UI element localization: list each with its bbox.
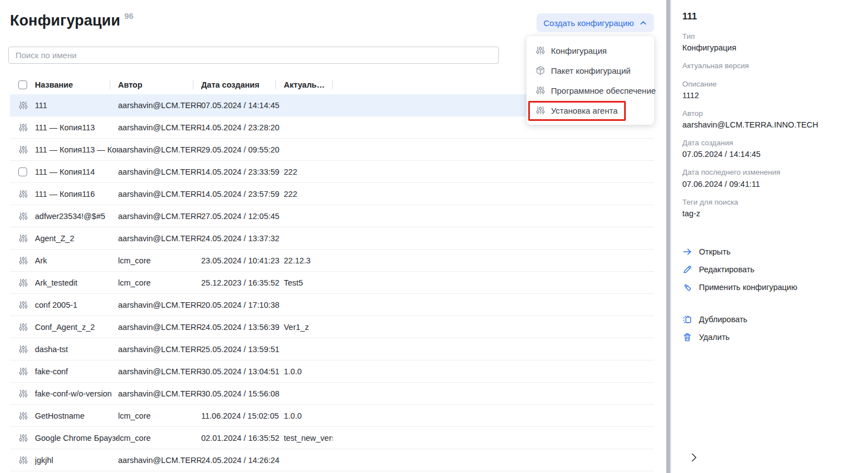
cell-author: aarshavin@LCM.TERRA.INNO.TECH <box>118 167 201 176</box>
table-row[interactable]: dasha-tst aarshavin@LCM.TERRA.INNO.TECH … <box>10 338 654 360</box>
cell-name: Ark <box>35 256 118 265</box>
detail-field-label: Актуальная версия <box>682 60 858 72</box>
cell-created: 25.12.2023 / 16:35:52 <box>201 278 284 287</box>
search-input[interactable] <box>8 47 499 64</box>
details-actions: Открыть Редактировать Применить конфигур… <box>682 243 858 346</box>
sliders-icon <box>18 455 28 465</box>
cell-name: conf 2005-1 <box>35 301 118 309</box>
chevron-up-icon <box>640 19 647 27</box>
row-checkbox[interactable] <box>18 167 27 176</box>
table-row[interactable]: Conf_Agent_z_2 aarshavin@LCM.TERRA.INNO.… <box>10 316 654 338</box>
cell-name: adfwer23534!@$#5 <box>35 212 118 221</box>
cell-name: 111 — Копия113 — Копия <box>35 145 118 154</box>
table-row[interactable]: adfwer23534!@$#5 aarshavin@LCM.TERRA.INN… <box>10 205 654 227</box>
sliders-icon <box>18 367 28 377</box>
collapse-panel-button[interactable] <box>688 452 700 464</box>
table-row[interactable]: conf 2005-1 aarshavin@LCM.TERRA.INNO.TEC… <box>10 294 654 316</box>
table-row[interactable]: fake-conf aarshavin@LCM.TERRA.INNO.TECH … <box>10 360 654 383</box>
cell-created: 24.05.2024 / 13:56:39 <box>201 323 284 332</box>
cell-created: 27.05.2024 / 12:05:45 <box>201 212 284 221</box>
table-body: 111 aarshavin@LCM.TERRA.INNO.TECH 07.05.… <box>10 94 654 471</box>
cell-author: lcm_core <box>118 411 201 420</box>
cell-name: 111 — Копия114 <box>35 167 118 176</box>
table-row[interactable]: fake-conf-w/o-version aarshavin@LCM.TERR… <box>10 383 654 405</box>
cell-created: 07.05.2024 / 14:14:45 <box>201 101 284 110</box>
select-all-checkbox[interactable] <box>18 80 27 89</box>
table-row[interactable]: Google Chrome Браузер lcm_core 02.01.202… <box>10 427 654 449</box>
table-row[interactable]: 111 — Копия114 aarshavin@LCM.TERRA.INNO.… <box>10 161 654 183</box>
cell-name: 111 <box>35 101 118 110</box>
column-header-version[interactable]: Актуаль… <box>284 75 333 94</box>
action-delete-button[interactable]: Удалить <box>682 328 858 346</box>
cell-created: 14.05.2024 / 23:33:59 <box>201 167 284 176</box>
detail-field-value: 07.06.2024 / 09:41:11 <box>682 179 858 190</box>
cell-name: Conf_Agent_z_2 <box>35 323 118 332</box>
page-count-badge: 96 <box>124 11 134 21</box>
column-header-created[interactable]: Дата создания <box>201 75 284 94</box>
create-configuration-button[interactable]: Создать конфигурацию <box>537 13 654 32</box>
pencil-icon <box>682 265 692 274</box>
cell-created: 20.05.2024 / 17:10:38 <box>201 301 284 309</box>
cell-name: Agent_Z_2 <box>35 234 118 243</box>
action-duplicate-button[interactable]: Дублировать <box>682 311 858 328</box>
cell-created: 24.05.2024 / 13:37:32 <box>201 234 284 243</box>
cell-author: lcm_core <box>118 256 201 265</box>
action-open-button[interactable]: Открыть <box>682 243 858 261</box>
cell-created: 29.05.2024 / 09:55:20 <box>201 145 284 154</box>
detail-field: Тип Конфигурация <box>682 31 858 54</box>
table-row[interactable]: 111 — Копия113 — Копия aarshavin@LCM.TER… <box>10 139 654 161</box>
detail-field: Описание 1112 <box>682 79 858 101</box>
cell-version: 1.0.0 <box>284 411 333 420</box>
table-row[interactable]: Agent_Z_2 aarshavin@LCM.TERRA.INNO.TECH … <box>10 227 654 250</box>
detail-field-label: Тип <box>682 31 858 42</box>
sliders-icon <box>18 145 28 155</box>
action-apply-configuration-button[interactable]: Применить конфигурацию <box>682 278 858 296</box>
sliders-icon <box>18 389 28 399</box>
sliders-icon <box>18 233 28 243</box>
table-row[interactable]: 111 — Копия116 aarshavin@LCM.TERRA.INNO.… <box>10 183 654 205</box>
sliders-icon <box>18 211 28 221</box>
menu-item-установка-агента[interactable]: Установка агента <box>527 100 654 120</box>
cell-version: 22.12.3 <box>284 256 333 265</box>
cell-name: fake-conf-w/o-version <box>35 389 118 398</box>
detail-field-label: Дата создания <box>682 138 858 149</box>
detail-field: Автор aarshavin@LCM.TERRA.INNO.TECH <box>682 108 858 131</box>
cell-name: dasha-tst <box>35 345 118 354</box>
table-row[interactable]: jgkjhl aarshavin@LCM.TERRA.INNO.TECH 24.… <box>10 449 654 471</box>
sliders-icon <box>18 123 28 133</box>
sliders-icon <box>18 411 28 421</box>
detail-field: Актуальная версия <box>682 60 858 72</box>
panel-divider <box>666 0 670 473</box>
cell-created: 14.05.2024 / 23:28:20 <box>201 123 284 132</box>
menu-item-программное-обеспечение[interactable]: Программное обеспечение <box>527 80 654 100</box>
cell-author: aarshavin@LCM.TERRA.INNO.TECH <box>118 323 201 332</box>
cell-author: aarshavin@LCM.TERRA.INNO.TECH <box>118 234 201 243</box>
action-edit-button[interactable]: Редактировать <box>682 261 858 278</box>
detail-field-label: Теги для поиска <box>682 197 858 208</box>
menu-item-пакет-конфигураций[interactable]: Пакет конфигураций <box>527 60 654 80</box>
chevron-right-icon <box>688 452 699 463</box>
trash-icon <box>682 332 692 342</box>
cell-created: 11.06.2024 / 15:02:05 <box>201 411 284 420</box>
sliders-icon <box>535 105 545 115</box>
cell-version: 222 <box>284 167 333 176</box>
cell-created: 02.01.2024 / 16:35:52 <box>201 434 284 443</box>
cell-author: aarshavin@LCM.TERRA.INNO.TECH <box>118 101 201 110</box>
table-row[interactable]: Ark_testedit lcm_core 25.12.2023 / 16:35… <box>10 272 654 294</box>
cell-created: 14.05.2024 / 23:57:59 <box>201 190 284 199</box>
menu-item-конфигурация[interactable]: Конфигурация <box>527 40 654 60</box>
column-header-name[interactable]: Название <box>35 75 118 94</box>
cell-author: aarshavin@LCM.TERRA.INNO.TECH <box>118 389 201 398</box>
detail-field: Дата последнего изменения 07.06.2024 / 0… <box>682 167 858 190</box>
cell-name: 111 — Копия116 <box>35 190 118 199</box>
sliders-icon <box>535 45 545 55</box>
arrow-right-icon <box>682 247 692 257</box>
detail-field-value: aarshavin@LCM.TERRA.INNO.TECH <box>682 119 858 131</box>
cell-created: 25.05.2024 / 13:59:51 <box>201 345 284 354</box>
column-header-author[interactable]: Автор <box>118 75 201 94</box>
cell-author: lcm_core <box>118 434 201 443</box>
cell-author: aarshavin@LCM.TERRA.INNO.TECH <box>118 123 201 132</box>
table-row[interactable]: Ark lcm_core 23.05.2024 / 10:41:23 22.12… <box>10 250 654 272</box>
table-row[interactable]: GetHostname lcm_core 11.06.2024 / 15:02:… <box>10 405 654 427</box>
details-panel: 111 Тип Конфигурация Актуальная версия О… <box>671 0 868 473</box>
